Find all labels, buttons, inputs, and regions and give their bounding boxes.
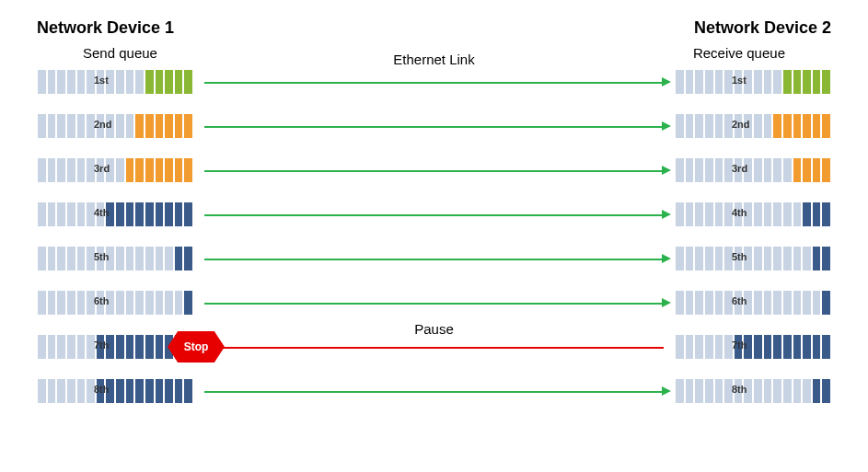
- queue-cell: [105, 378, 115, 404]
- pause-label: Pause: [414, 321, 454, 337]
- queue-cell: [37, 378, 47, 404]
- queue-cell: [96, 201, 106, 227]
- queue-cell: [675, 69, 685, 95]
- queue-cell: [714, 378, 724, 404]
- queue-cell: [174, 113, 184, 139]
- queue-cell: [105, 157, 115, 183]
- queue-cell: [37, 201, 47, 227]
- queue-cell: [96, 378, 106, 404]
- arrow-right: [204, 214, 664, 216]
- queue-row: 8th8th: [37, 375, 831, 407]
- queue-cell: [76, 201, 87, 227]
- queue-cell: [155, 334, 165, 360]
- queue-cell: [723, 113, 734, 139]
- queue-cell: [134, 201, 145, 227]
- queue-cell: [183, 113, 193, 139]
- queue-cell: [125, 157, 135, 183]
- queue-cell: [763, 290, 773, 316]
- arrow-left: [204, 347, 664, 349]
- queue-cell: [793, 246, 803, 271]
- queue-cell: [694, 201, 704, 227]
- receive-queue: 6th: [675, 290, 831, 316]
- queue-cell: [96, 113, 106, 139]
- queue-cell: [802, 69, 812, 95]
- queue-cell: [115, 246, 125, 271]
- queue-cell: [105, 246, 115, 271]
- queue-cell: [164, 69, 174, 95]
- queue-cell: [675, 334, 685, 360]
- queue-cell: [685, 201, 695, 227]
- queue-cell: [174, 157, 184, 183]
- queue-cell: [66, 157, 76, 183]
- queue-cell: [802, 378, 812, 404]
- queue-cell: [772, 378, 782, 404]
- send-queue: 8th: [37, 378, 193, 404]
- queue-cell: [723, 201, 734, 227]
- queue-cell: [763, 246, 773, 271]
- queue-cell: [76, 69, 87, 95]
- queue-cell: [743, 290, 753, 316]
- queue-cell: [86, 157, 96, 183]
- arrow-wrap: [193, 378, 675, 404]
- queue-cell: [86, 69, 96, 95]
- queue-cell: [704, 334, 714, 360]
- queue-cell: [125, 334, 135, 360]
- queue-cell: [793, 201, 803, 227]
- queue-cell: [753, 334, 763, 360]
- arrow-head-right-icon: [662, 166, 671, 175]
- queue-cell: [125, 69, 135, 95]
- queue-cell: [183, 246, 193, 271]
- queue-cell: [753, 378, 763, 404]
- queue-cell: [802, 201, 812, 227]
- queue-cell: [802, 290, 812, 316]
- queue-cell: [164, 201, 174, 227]
- queue-cell: [134, 69, 145, 95]
- queue-cell: [694, 113, 704, 139]
- queue-cell: [685, 69, 695, 95]
- send-queue: 6th: [37, 290, 193, 316]
- queue-cell: [37, 69, 47, 95]
- queue-cell: [105, 201, 115, 227]
- ethernet-link-label: Ethernet Link: [393, 52, 474, 67]
- queue-cell: [821, 201, 831, 227]
- queue-cell: [812, 157, 822, 183]
- queue-cell: [76, 334, 87, 360]
- queue-cell: [782, 69, 793, 95]
- arrow-wrap: [193, 113, 675, 139]
- diagram-rows: Ethernet Link 1st1st2nd2nd3rd3rd4th4th5t…: [37, 66, 831, 407]
- receive-queue-label: Receive queue: [693, 45, 831, 61]
- queue-cell: [743, 157, 753, 183]
- queue-cell: [47, 334, 57, 360]
- queue-cell: [66, 69, 76, 95]
- queue-cell: [723, 334, 734, 360]
- queue-cell: [763, 201, 773, 227]
- queue-cell: [685, 113, 695, 139]
- send-queue-label: Send queue: [37, 45, 157, 61]
- queue-cell: [134, 157, 145, 183]
- queue-cell: [125, 113, 135, 139]
- queue-cell: [125, 290, 135, 316]
- queue-cell: [145, 334, 155, 360]
- queue-cell: [115, 290, 125, 316]
- queue-cell: [714, 157, 724, 183]
- queue-cell: [134, 246, 145, 271]
- queue-cell: [821, 290, 831, 316]
- arrow-right: [204, 170, 664, 172]
- queue-cell: [145, 113, 155, 139]
- queue-cell: [821, 378, 831, 404]
- arrow-head-right-icon: [662, 386, 671, 396]
- queue-cell: [763, 334, 773, 360]
- queue-cell: [675, 378, 685, 404]
- queue-cell: [714, 201, 724, 227]
- queue-cell: [183, 201, 193, 227]
- queue-cell: [105, 69, 115, 95]
- receive-queue: 7th: [675, 334, 831, 360]
- queue-cell: [694, 290, 704, 316]
- send-queue: 3rd: [37, 157, 193, 183]
- queue-cell: [793, 113, 803, 139]
- queue-cell: [37, 157, 47, 183]
- queue-cell: [37, 246, 47, 271]
- queue-cell: [743, 113, 753, 139]
- queue-cell: [155, 290, 165, 316]
- queue-cell: [66, 290, 76, 316]
